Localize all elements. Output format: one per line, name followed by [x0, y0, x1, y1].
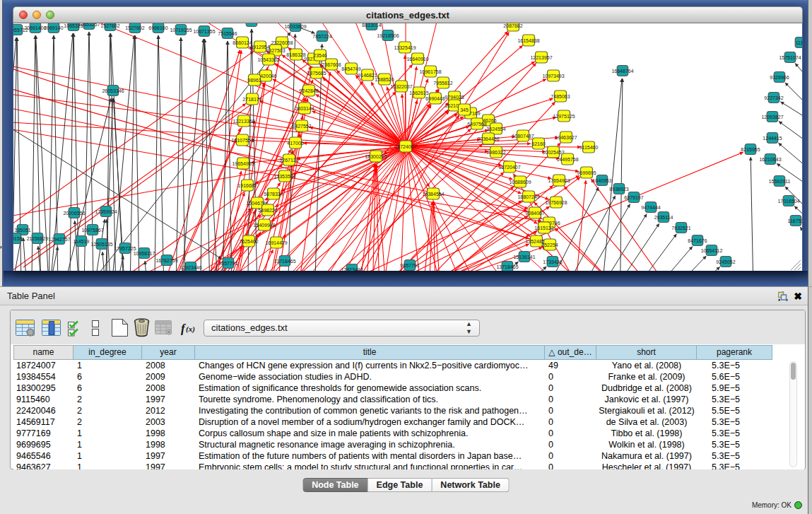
svg-text:6497568: 6497568 — [467, 122, 486, 127]
svg-text:16154838: 16154838 — [517, 38, 539, 43]
svg-text:17016504: 17016504 — [777, 199, 799, 204]
svg-text:15322037: 15322037 — [390, 84, 412, 89]
svg-text:7986322: 7986322 — [486, 150, 505, 155]
svg-text:12923446: 12923446 — [180, 265, 201, 270]
svg-text:62160: 62160 — [531, 141, 546, 146]
svg-text:16033809: 16033809 — [284, 24, 306, 29]
svg-text:9329966: 9329966 — [770, 75, 789, 80]
svg-text:17359924: 17359924 — [95, 209, 117, 214]
svg-text:18724007: 18724007 — [394, 144, 416, 149]
svg-text:8471676: 8471676 — [688, 238, 707, 243]
svg-text:9699695: 9699695 — [577, 170, 596, 175]
svg-text:8454749: 8454749 — [341, 66, 360, 71]
svg-text:9857791: 9857791 — [218, 261, 237, 266]
svg-text:9242848: 9242848 — [299, 88, 318, 93]
svg-text:13718465: 13718465 — [496, 264, 518, 269]
svg-text:12923446: 12923446 — [341, 267, 363, 271]
svg-text:15136141: 15136141 — [513, 255, 535, 259]
svg-text:16210643: 16210643 — [759, 157, 781, 162]
svg-text:15751074: 15751074 — [779, 55, 801, 60]
svg-text:10671355: 10671355 — [193, 29, 215, 34]
svg-text:9084067: 9084067 — [525, 211, 544, 216]
svg-text:10025453: 10025453 — [542, 150, 564, 155]
svg-text:16782759: 16782759 — [155, 258, 177, 263]
svg-text:1527602: 1527602 — [125, 25, 144, 30]
svg-text:8215955: 8215955 — [741, 147, 760, 152]
svg-text:12942757: 12942757 — [48, 237, 70, 242]
svg-text:2718176: 2718176 — [242, 97, 261, 102]
svg-text:15720407: 15720407 — [498, 165, 520, 170]
svg-text:16648764: 16648764 — [611, 69, 633, 74]
svg-text:20364436: 20364436 — [477, 136, 499, 141]
svg-text:2367608: 2367608 — [322, 62, 341, 67]
svg-text:1916682: 1916682 — [237, 183, 257, 188]
svg-text:18807249: 18807249 — [517, 194, 539, 199]
svg-text:9227342: 9227342 — [764, 95, 783, 100]
svg-text:(x): (x) — [186, 325, 195, 334]
svg-text:10807487: 10807487 — [512, 134, 534, 139]
svg-text:12213369: 12213369 — [233, 119, 254, 124]
svg-text:12093827: 12093827 — [761, 115, 783, 119]
svg-text:21156829: 21156829 — [27, 236, 49, 241]
svg-text:20691406: 20691406 — [24, 25, 46, 30]
svg-text:7625402: 7625402 — [239, 239, 258, 244]
svg-text:417006: 417006 — [287, 141, 303, 146]
svg-text:8813014: 8813014 — [362, 23, 381, 28]
svg-text:7955812: 7955812 — [433, 81, 452, 86]
svg-text:9474444: 9474444 — [641, 205, 660, 210]
svg-text:12975125: 12975125 — [553, 114, 575, 119]
svg-text:19654955: 19654955 — [232, 161, 254, 166]
svg-text:9857791: 9857791 — [400, 263, 419, 268]
svg-text:19756928: 19756928 — [545, 200, 567, 205]
svg-text:9245052: 9245052 — [716, 259, 735, 264]
svg-text:1112: 1112 — [796, 40, 802, 45]
svg-text:1640953: 1640953 — [592, 178, 611, 183]
svg-text:14495758: 14495758 — [556, 157, 578, 162]
svg-text:2069140: 2069140 — [44, 25, 63, 30]
svg-text:17957225: 17957225 — [114, 246, 136, 251]
svg-text:3624554: 3624554 — [486, 127, 505, 132]
svg-text:17654923: 17654923 — [548, 178, 570, 183]
svg-text:8427552: 8427552 — [292, 124, 311, 129]
svg-text:5878334: 5878334 — [264, 192, 283, 197]
svg-text:10719155: 10719155 — [170, 28, 192, 33]
svg-text:23546: 23546 — [313, 53, 327, 58]
svg-text:9794028: 9794028 — [445, 95, 464, 100]
svg-text:16107553: 16107553 — [231, 138, 253, 143]
svg-text:6990448: 6990448 — [425, 96, 445, 101]
svg-text:19218506: 19218506 — [377, 33, 399, 38]
svg-text:8660124: 8660124 — [233, 40, 252, 45]
svg-text:10973493: 10973493 — [542, 74, 564, 78]
svg-text:3267130: 3267130 — [279, 158, 298, 163]
svg-text:12505135: 12505135 — [90, 242, 112, 247]
svg-text:19384554: 19384554 — [422, 192, 444, 197]
svg-text:6879197: 6879197 — [624, 195, 643, 200]
svg-text:13718465: 13718465 — [273, 259, 295, 264]
svg-text:114519: 114519 — [73, 239, 90, 244]
svg-text:1244415: 1244415 — [763, 136, 782, 141]
svg-text:18300295: 18300295 — [365, 154, 387, 159]
svg-text:13353594: 13353594 — [273, 174, 295, 179]
svg-text:16640910: 16640910 — [406, 57, 428, 62]
svg-text:10975867: 10975867 — [81, 228, 103, 233]
svg-text:15592911: 15592911 — [769, 179, 791, 184]
svg-text:8938923: 8938923 — [609, 187, 628, 192]
svg-text:1562615: 1562615 — [409, 90, 428, 95]
svg-text:20206556: 20206556 — [63, 211, 85, 216]
svg-text:8186328: 8186328 — [286, 52, 305, 57]
svg-text:19463627: 19463627 — [555, 135, 577, 140]
svg-text:3875685: 3875685 — [307, 71, 326, 76]
svg-text:2087682: 2087682 — [503, 23, 522, 28]
svg-text:98961: 98961 — [247, 78, 261, 83]
svg-text:1733426: 1733426 — [543, 259, 562, 264]
svg-text:1527602: 1527602 — [100, 23, 119, 28]
svg-text:10654112: 10654112 — [701, 248, 723, 253]
svg-text:5498222: 5498222 — [258, 208, 277, 213]
svg-text:12213957: 12213957 — [530, 55, 552, 60]
svg-text:345: 345 — [460, 107, 469, 112]
svg-text:116753: 116753 — [788, 218, 802, 223]
svg-text:15409948: 15409948 — [253, 223, 275, 228]
svg-text:16961758: 16961758 — [419, 69, 441, 74]
svg-text:10958117: 10958117 — [134, 251, 155, 256]
svg-text:1588520: 1588520 — [375, 77, 394, 82]
